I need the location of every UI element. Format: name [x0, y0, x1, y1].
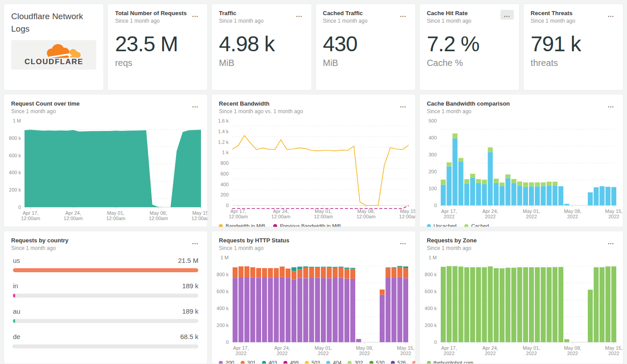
bar-segment — [500, 268, 504, 342]
svg-text:May 01,2022: May 01,2022 — [315, 345, 332, 356]
panel-menu-button[interactable]: … — [397, 237, 410, 247]
requests-by-zone-svg: 1 M800 k600 k400 k200 k0Apr 17,2022Apr 2… — [420, 253, 623, 357]
dashboard-title: Cloudflare Network Logs — [11, 10, 96, 35]
legend-item-Previous Bandwidth in MiB[interactable]: Previous Bandwidth in MiB — [273, 223, 341, 227]
svg-text:Apr 17,12:00am: Apr 17,12:00am — [229, 209, 248, 219]
svg-text:400 k: 400 k — [9, 170, 21, 175]
panel-menu-button[interactable]: … — [604, 237, 618, 247]
bar-segment — [464, 179, 469, 184]
panel-menu-button[interactable]: … — [189, 10, 202, 20]
billboard-value: 791 k — [531, 33, 616, 55]
svg-text:0: 0 — [434, 339, 437, 345]
svg-text:May 15,2022: May 15,2022 — [397, 345, 414, 356]
country-row-au: au189 k — [13, 307, 198, 323]
panel-subtitle: Since 1 month ago — [11, 108, 80, 115]
legend-item-Bandwidth in MiB[interactable]: Bandwidth in MiB — [219, 223, 265, 227]
bar-segment — [321, 267, 326, 268]
panel-menu-button[interactable]: … — [604, 100, 618, 110]
billboard-title: Cache Hit Rate — [427, 10, 471, 16]
bar-segment — [333, 267, 338, 268]
svg-text:Apr 24,12:00am: Apr 24,12:00am — [64, 210, 83, 221]
bar-segment — [315, 278, 320, 342]
bar-segment — [245, 277, 250, 342]
billboard-subtitle: Since 1 month ago — [115, 18, 187, 24]
svg-text:May 08,12:00am: May 08,12:00am — [357, 209, 376, 219]
billboard-title: Cached Traffic — [323, 10, 368, 16]
legend-dot — [427, 224, 431, 228]
bar-segment — [239, 278, 244, 342]
legend-item-530[interactable]: 530 — [369, 360, 385, 364]
legend-item-404[interactable]: 404 — [326, 360, 341, 364]
panel-title: Request Count over time — [11, 100, 80, 107]
bar-segment — [541, 267, 545, 342]
panel-requests-by-zone: Requests by Zone Since 1 month ago … 1 M… — [419, 231, 623, 364]
panel-menu-button[interactable]: … — [397, 100, 410, 110]
bar-segment — [392, 268, 397, 278]
legend-item-theburritobot.com[interactable]: theburritobot.com — [427, 360, 474, 364]
panel-menu-button[interactable]: … — [189, 237, 202, 247]
dashboard-header-card: Cloudflare Network Logs CLOUDFLARE — [4, 4, 104, 90]
bar-segment — [452, 266, 457, 342]
cloudflare-logo: CLOUDFLARE — [11, 40, 96, 70]
bar-segment — [327, 268, 332, 278]
billboard-value: 7.2 % — [427, 33, 512, 55]
bar-segment — [488, 147, 492, 152]
country-bar-track — [13, 294, 198, 298]
panel-menu-button[interactable]: … — [397, 10, 410, 20]
svg-text:200: 200 — [221, 192, 229, 197]
bar-segment — [398, 277, 402, 342]
bar-segment — [511, 268, 516, 342]
top-row: Cloudflare Network Logs CLOUDFLARE — [4, 4, 623, 90]
legend-item-Cached[interactable]: Cached — [464, 223, 489, 227]
svg-text:0: 0 — [226, 203, 229, 208]
bar-segment — [333, 278, 338, 342]
panel-menu-button[interactable]: … — [604, 10, 618, 20]
legend-item-403[interactable]: 403 — [262, 360, 277, 364]
legend-item-503[interactable]: 503 — [305, 360, 320, 364]
bar-segment — [546, 186, 551, 205]
panel-menu-button[interactable]: … — [293, 10, 306, 20]
svg-text:Apr 17,12:00am: Apr 17,12:00am — [21, 210, 40, 221]
legend-item-526[interactable]: 526 — [391, 360, 406, 364]
billboard-unit: Cache % — [427, 58, 512, 68]
billboard-unit: MiB — [323, 58, 408, 68]
area-series — [25, 130, 201, 207]
bar-segment — [447, 266, 451, 342]
legend-item-499[interactable]: 499 — [283, 360, 299, 364]
bar-segment — [280, 277, 285, 342]
bar-segment — [552, 186, 557, 205]
svg-text:400 k: 400 k — [217, 306, 229, 311]
legend-item-200[interactable]: 200 — [219, 360, 234, 364]
panel-menu-button[interactable]: … — [189, 100, 202, 110]
legend-item-Uncached[interactable]: Uncached — [427, 223, 457, 227]
bar-segment — [262, 278, 267, 342]
cache-bandwidth-chart: 5004003002001000Apr 17,2022Apr 24,2022Ma… — [420, 116, 623, 222]
billboard-cached-traffic: Cached Traffic Since 1 month ago … 430 M… — [316, 4, 416, 90]
bar-segment — [500, 183, 504, 186]
bar-segment — [392, 267, 397, 268]
bar-segment — [291, 271, 296, 279]
bar-segment — [611, 187, 616, 205]
bar-segment — [309, 278, 314, 342]
bar-segment — [482, 267, 487, 342]
bar-segment — [482, 180, 487, 184]
bar-segment — [344, 269, 349, 278]
bar-segment — [441, 185, 446, 205]
cache-bandwidth-svg: 5004003002001000Apr 17,2022Apr 24,2022Ma… — [420, 116, 623, 221]
bar-segment — [298, 267, 303, 270]
panel-subtitle: Since 1 month ago — [427, 245, 477, 251]
panel-menu-button[interactable]: … — [500, 10, 514, 20]
recent-bandwidth-chart: 1.6 k1.4 k1.2 k1 k8006004002000Apr 17,12… — [212, 116, 415, 222]
bar-segment — [476, 183, 481, 205]
bar-segment — [344, 279, 349, 343]
panel-requests-by-country: Requests by country Since 1 month ago … … — [4, 231, 208, 364]
requests-by-country-list: us21.5 Min189 kau189 kde68.5 k — [4, 251, 207, 358]
panel-cache-bandwidth-comparison: Cache Bandwidth comparison Since 1 month… — [419, 94, 623, 227]
svg-text:Apr 17,2022: Apr 17,2022 — [233, 345, 249, 356]
legend-item-524[interactable]: 524 — [412, 360, 416, 364]
bar-segment — [558, 267, 563, 342]
billboard-title: Traffic — [219, 10, 263, 16]
legend-item-301[interactable]: 301 — [241, 360, 256, 364]
legend-item-302[interactable]: 302 — [348, 360, 363, 364]
bar-segment — [458, 266, 463, 342]
